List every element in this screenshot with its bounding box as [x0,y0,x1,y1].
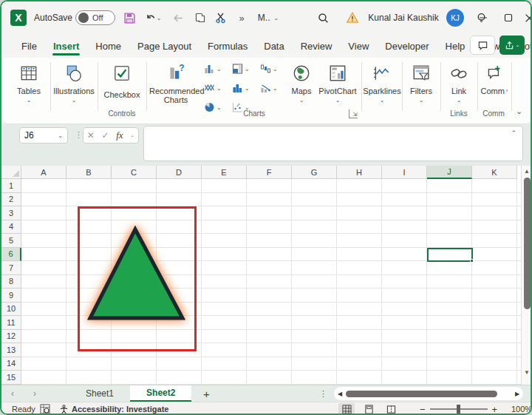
column-header-K[interactable]: K [472,166,517,179]
tab-formulas[interactable]: Formulas [200,34,256,58]
row-header-15[interactable]: 15 [1,371,21,385]
row-header-6[interactable]: 6 [1,248,21,262]
minimize-button[interactable] [474,1,492,34]
maximize-button[interactable] [499,1,517,34]
comment-button-ribbon[interactable]: Comm › [478,62,511,95]
avatar[interactable]: KJ [446,1,464,34]
line-stock-chart-icon[interactable]: ⌄ [204,83,222,93]
column-header-C[interactable]: C [112,166,157,179]
confirm-entry-icon[interactable]: ✓ [102,130,109,141]
name-box[interactable]: J6 ⌄ [19,127,68,144]
formula-bar-input[interactable]: ⌃ [143,126,523,161]
column-header-A[interactable]: A [21,166,66,179]
pivotchart-button[interactable]: PivotChart ⌄ [315,62,361,104]
column-header-B[interactable]: B [66,166,112,179]
cut-icon[interactable] [211,1,231,34]
horizontal-scrollbar-thumb[interactable] [346,391,497,397]
sheet-nav-left-icon[interactable]: ‹ [1,385,24,402]
add-sheet-button[interactable]: + [191,385,221,402]
user-name[interactable]: Kunal Jai Kaushik [364,1,443,34]
filters-button[interactable]: Filters ⌄ [403,62,439,104]
zoom-slider-thumb[interactable] [457,405,460,414]
waterfall-chart-icon[interactable]: ⌄ [260,64,278,74]
select-all-button[interactable] [1,166,21,179]
quick-access-overflow[interactable]: » [232,1,251,34]
zoom-in-icon[interactable]: + [492,404,498,415]
row-header-4[interactable]: 4 [1,220,21,235]
row-header-3[interactable]: 3 [1,206,21,220]
tab-insert[interactable]: Insert [45,34,87,58]
share-button[interactable]: ⌄ [499,36,525,55]
row-header-12[interactable]: 12 [1,330,21,344]
row-header-13[interactable]: 13 [1,343,21,357]
undo-icon[interactable]: ⌄ [140,1,166,34]
checkbox-button[interactable]: Checkbox [99,62,145,99]
recommended-charts-button[interactable]: ? Recommended Charts [149,62,202,104]
tab-review[interactable]: Review [293,34,341,58]
combo-chart-icon[interactable]: ⌄ [260,83,278,93]
fill-handle[interactable] [470,259,474,263]
tab-file[interactable]: File [13,34,45,58]
charts-dialog-launcher-icon[interactable]: ⇲ [349,109,358,118]
link-button[interactable]: Link ⌄ [442,62,476,104]
inserted-image-red-box[interactable] [78,206,197,351]
row-header-11[interactable]: 11 [1,316,21,330]
zoom-slider[interactable] [430,408,488,410]
insert-function-icon[interactable]: fx [116,129,123,141]
column-header-F[interactable]: F [247,166,292,179]
illustrations-button[interactable]: Illustrations ⌄ [52,62,96,104]
column-header-E[interactable]: E [202,166,247,179]
tab-sheet2[interactable]: Sheet2 [130,385,191,402]
tables-button[interactable]: Tables ⌄ [9,62,49,104]
zoom-out-icon[interactable]: − [420,404,426,415]
row-header-5[interactable]: 5 [1,234,21,248]
horizontal-scrollbar[interactable]: ◀ ▶ [334,387,523,400]
column-header-I[interactable]: I [382,166,427,179]
tab-view[interactable]: View [340,34,377,58]
row-header-8[interactable]: 8 [1,275,21,289]
sheet-nav-right-icon[interactable]: › [24,385,46,402]
tab-sheet1[interactable]: Sheet1 [69,385,130,402]
sheetbar-overflow-dots[interactable]: ⋮ [319,385,328,402]
page-layout-view-button[interactable] [361,403,377,415]
pie-chart-icon[interactable]: ⌄ [204,102,222,112]
normal-view-button[interactable] [338,403,355,415]
accessibility-status[interactable]: Accessibility: Investigate [59,402,168,415]
cancel-entry-icon[interactable]: ✕ [87,130,95,141]
scroll-right-icon[interactable]: ▶ [511,391,523,397]
save-icon[interactable] [120,1,139,34]
tab-help[interactable]: Help [437,34,474,58]
row-header-1[interactable]: 1 [1,179,21,193]
sparklines-button[interactable]: Sparklines ⌄ [362,62,402,104]
autosave-toggle[interactable]: Off [74,1,117,34]
zoom-level[interactable]: 100% [511,402,532,415]
column-header-J[interactable]: J [427,166,472,179]
scroll-down-icon[interactable]: ▼ [522,369,532,376]
column-header-G[interactable]: G [292,166,337,179]
column-header-D[interactable]: D [157,166,202,179]
hierarchy-chart-icon[interactable]: ⌄ [232,64,250,74]
more-menu[interactable]: M.. ⌄ [251,1,285,34]
collapse-formula-bar-icon[interactable]: ⌃ [511,129,516,137]
tab-developer[interactable]: Developer [377,34,437,58]
copy-icon[interactable] [191,1,210,34]
maps-button[interactable]: Maps ⌄ [285,62,318,104]
row-header-2[interactable]: 2 [1,193,21,207]
row-header-10[interactable]: 10 [1,303,21,317]
tab-page-layout[interactable]: Page Layout [129,34,200,58]
page-break-view-button[interactable] [383,403,399,415]
macro-record-icon[interactable] [40,402,50,415]
search-icon[interactable] [313,1,332,34]
vertical-scrollbar[interactable]: ▲ ▼ [521,166,532,385]
selected-cell-J6[interactable] [427,248,473,262]
column-header-H[interactable]: H [337,166,382,179]
tab-home[interactable]: Home [87,34,129,58]
column-chart-icon[interactable]: ⌄ [204,64,222,74]
vertical-scrollbar-thumb[interactable] [524,178,531,309]
comments-button[interactable] [470,36,495,55]
histogram-chart-icon[interactable]: ⌄ [232,83,250,93]
scroll-left-icon[interactable]: ◀ [334,391,346,397]
row-header-7[interactable]: 7 [1,261,21,275]
collapse-ribbon-icon[interactable]: ⌄ [516,107,522,116]
tab-data[interactable]: Data [256,34,292,58]
